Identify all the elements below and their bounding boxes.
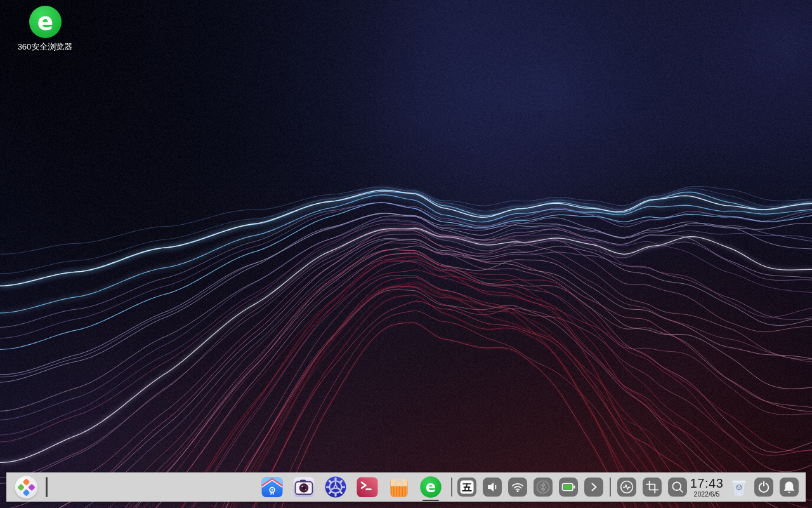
chevron-right-icon — [584, 478, 603, 497]
bluetooth-icon — [534, 478, 553, 497]
input-method-icon — [457, 478, 476, 497]
bell-icon — [780, 478, 799, 497]
clock[interactable]: 17:43 2022/6/5 — [688, 477, 725, 498]
dock: e — [261, 476, 442, 498]
browser-360-icon: e — [419, 476, 442, 498]
bluetooth-button[interactable] — [534, 478, 553, 497]
search-button[interactable] — [668, 478, 687, 497]
system-tray — [457, 478, 603, 497]
volume-button[interactable] — [483, 478, 502, 497]
svg-text:e: e — [37, 8, 53, 36]
wifi-button[interactable] — [508, 478, 527, 497]
app-store-icon — [388, 476, 410, 498]
control-center-icon — [324, 476, 347, 498]
file-manager-icon — [261, 476, 284, 498]
desktop-shortcut-browser-360[interactable]: e 360安全浏览器 — [10, 5, 81, 51]
trash-button[interactable] — [730, 477, 748, 497]
svg-text:e: e — [426, 478, 436, 496]
crop-screenshot-icon — [643, 478, 662, 497]
taskbar-separator — [46, 477, 48, 497]
taskbar-separator — [451, 478, 452, 497]
wifi-icon — [508, 478, 527, 497]
dock-item-control-center[interactable] — [324, 476, 347, 498]
tray-expand-button[interactable] — [584, 478, 603, 497]
power-icon — [754, 478, 773, 497]
taskbar-separator — [610, 478, 611, 497]
battery-button[interactable] — [559, 478, 578, 497]
desktop-shortcut-label: 360安全浏览器 — [10, 42, 81, 51]
browser-360-icon: e — [29, 5, 62, 39]
dock-item-browser-360[interactable]: e — [419, 476, 442, 498]
clock-date: 2022/6/5 — [688, 490, 725, 498]
running-indicator — [422, 500, 439, 502]
camera-icon — [292, 476, 315, 498]
battery-icon — [559, 478, 578, 497]
dock-item-file-manager[interactable] — [261, 476, 284, 498]
launcher-button[interactable] — [15, 476, 38, 499]
dock-item-app-store[interactable] — [388, 476, 410, 498]
notifications-button[interactable] — [780, 478, 799, 497]
dock-item-camera[interactable] — [292, 476, 315, 498]
search-icon — [668, 478, 687, 497]
volume-icon — [483, 478, 502, 497]
screenshot-button[interactable] — [643, 478, 662, 497]
trash-icon — [730, 477, 748, 497]
launcher-icon — [15, 476, 38, 499]
quick-tools — [617, 478, 687, 497]
input-method-button[interactable] — [457, 478, 476, 497]
dock-item-terminal[interactable] — [356, 476, 379, 498]
power-button[interactable] — [754, 478, 773, 497]
clock-time: 17:43 — [688, 477, 725, 490]
system-monitor-button[interactable] — [617, 478, 636, 497]
wallpaper — [0, 0, 812, 508]
system-monitor-icon — [617, 478, 636, 497]
terminal-icon — [356, 476, 379, 498]
taskbar: e — [6, 472, 806, 502]
